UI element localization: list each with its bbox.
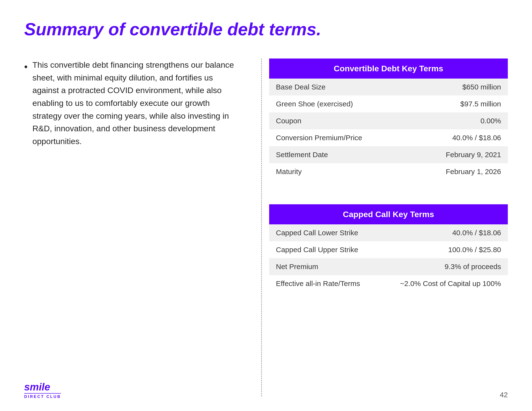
row-value: $97.5 million — [410, 95, 508, 112]
bullet-item: • This convertible debt financing streng… — [24, 58, 235, 148]
row-value: 0.00% — [410, 112, 508, 129]
row-value: 100.0% / $25.80 — [379, 241, 508, 258]
table-row: Conversion Premium/Price40.0% / $18.06 — [269, 129, 508, 146]
row-value: February 9, 2021 — [410, 146, 508, 163]
row-label: Capped Call Lower Strike — [269, 224, 379, 241]
table-row: Net Premium9.3% of proceeds — [269, 258, 508, 275]
capped-call-header: Capped Call Key Terms — [269, 204, 508, 224]
row-label: Base Deal Size — [269, 79, 410, 95]
row-label: Effective all-in Rate/Terms — [269, 275, 379, 292]
row-label: Capped Call Upper Strike — [269, 241, 379, 258]
row-label: Green Shoe (exercised) — [269, 95, 410, 112]
row-label: Settlement Date — [269, 146, 410, 163]
row-value: February 1, 2026 — [410, 163, 508, 180]
page-footer: smile DIRECT CLUB 42 — [24, 382, 508, 399]
row-label: Net Premium — [269, 258, 379, 275]
section-divider — [254, 58, 269, 396]
row-value: 40.0% / $18.06 — [410, 129, 508, 146]
table-row: Coupon0.00% — [269, 112, 508, 129]
left-panel: • This convertible debt financing streng… — [24, 58, 254, 396]
table-row: Base Deal Size$650 million — [269, 79, 508, 95]
page: Summary of convertible debt terms. • Thi… — [0, 0, 532, 411]
convertible-debt-table: Base Deal Size$650 millionGreen Shoe (ex… — [269, 79, 508, 180]
row-label: Coupon — [269, 112, 410, 129]
page-title: Summary of convertible debt terms. — [24, 19, 508, 39]
table-row: Green Shoe (exercised)$97.5 million — [269, 95, 508, 112]
table-row: MaturityFebruary 1, 2026 — [269, 163, 508, 180]
row-value: 9.3% of proceeds — [379, 258, 508, 275]
row-value: ~2.0% Cost of Capital up 100% — [379, 275, 508, 292]
row-label: Conversion Premium/Price — [269, 129, 410, 146]
row-label: Maturity — [269, 163, 410, 180]
logo-area: smile DIRECT CLUB — [24, 382, 61, 399]
row-value: 40.0% / $18.06 — [379, 224, 508, 241]
row-value: $650 million — [410, 79, 508, 95]
convertible-debt-section: Convertible Debt Key Terms Base Deal Siz… — [269, 58, 508, 195]
capped-call-section: Capped Call Key Terms Capped Call Lower … — [269, 204, 508, 307]
bullet-text: This convertible debt financing strength… — [32, 58, 235, 148]
dashed-line — [261, 58, 262, 396]
right-panel: Convertible Debt Key Terms Base Deal Siz… — [269, 58, 508, 396]
bullet-icon: • — [24, 59, 28, 74]
capped-call-table: Capped Call Lower Strike40.0% / $18.06Ca… — [269, 224, 508, 292]
table-row: Capped Call Upper Strike100.0% / $25.80 — [269, 241, 508, 258]
convertible-debt-header: Convertible Debt Key Terms — [269, 58, 508, 79]
logo-subtitle: DIRECT CLUB — [24, 393, 61, 399]
table-row: Settlement DateFebruary 9, 2021 — [269, 146, 508, 163]
page-number: 42 — [500, 391, 508, 399]
logo-smile: smile — [24, 382, 50, 392]
content-area: • This convertible debt financing streng… — [24, 58, 508, 396]
table-row: Capped Call Lower Strike40.0% / $18.06 — [269, 224, 508, 241]
table-row: Effective all-in Rate/Terms~2.0% Cost of… — [269, 275, 508, 292]
